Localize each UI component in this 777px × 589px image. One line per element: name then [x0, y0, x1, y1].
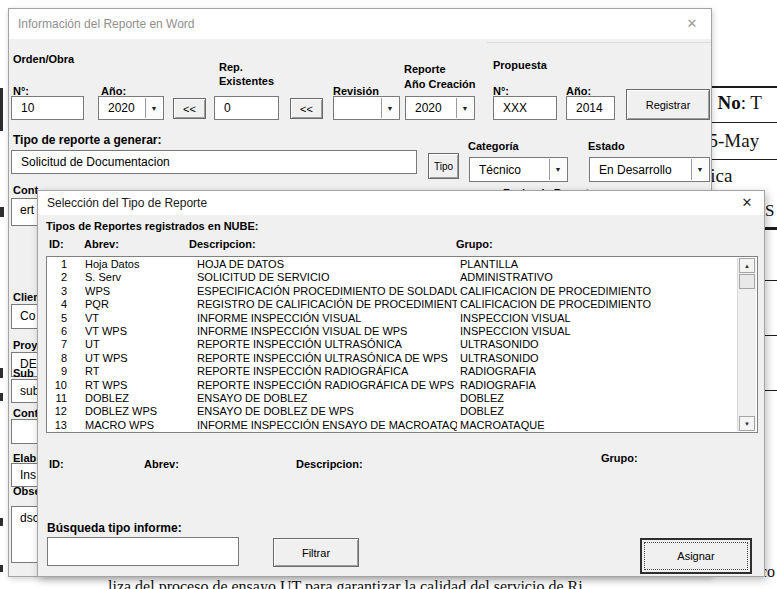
list-subtitle: Tipos de Reportes registrados en NUBE: [46, 220, 259, 232]
registrar-button[interactable]: Registrar [626, 89, 710, 120]
estado-label: Estado [588, 140, 625, 152]
list-item-grupo: CALIFICACION DE PROCEDIMIENTO [460, 298, 736, 310]
orden-ano-combobox[interactable]: 2020 ▼ [98, 96, 164, 120]
tipo-button[interactable]: Tipo [428, 153, 459, 179]
list-item-descripcion: REPORTE INSPECCIÓN ULTRASÓNICA DE WPS [197, 352, 457, 364]
list-item-id: 13 [51, 419, 67, 431]
list-item-id: 1 [51, 258, 67, 270]
list-item-descripcion: INFORME INSPECCIÓN ENSAYO DE MACROATAQUE… [197, 419, 457, 431]
doc-table-border [765, 335, 777, 336]
detail-grupo-label: Grupo: [601, 452, 638, 464]
list-item-grupo: PLANTILLA [460, 258, 736, 270]
orden-ano-value: 2020 [108, 101, 135, 115]
list-item-id: 5 [51, 312, 67, 324]
list-item-id: 6 [51, 325, 67, 337]
doc-edge-mark [0, 393, 3, 401]
listbox-scrollbar[interactable]: ▲ ▼ [737, 258, 756, 431]
list-item-descripcion: SOLICITUD DE SERVICIO [197, 271, 457, 283]
close-icon[interactable]: ✕ [738, 194, 756, 212]
list-item-abrev: UT WPS [85, 352, 190, 364]
chevron-down-icon[interactable]: ▼ [691, 159, 708, 180]
list-item-abrev: Hoja Datos [85, 258, 190, 270]
list-item[interactable]: 1 Hoja Datos HOJA DE DATOS PLANTILLA [47, 258, 738, 271]
rep-existentes-input[interactable] [214, 96, 279, 120]
list-item[interactable]: 7 UT REPORTE INSPECCIÓN ULTRASÓNICA ULTR… [47, 338, 738, 351]
list-item-descripcion: INFORME INSPECCIÓN VISUAL DE WPS [197, 325, 457, 337]
doc-table-border [765, 280, 777, 281]
scroll-up-icon[interactable]: ▲ [739, 258, 755, 273]
chevron-down-icon[interactable]: ▼ [145, 98, 162, 118]
scroll-down-icon[interactable]: ▼ [739, 416, 755, 431]
cont-label: Cont [13, 407, 38, 419]
list-item-id: 7 [51, 338, 67, 350]
list-item[interactable]: 6 VT WPS INFORME INSPECCIÓN VISUAL DE WP… [47, 325, 738, 338]
asignar-button[interactable]: Asignar [640, 538, 752, 574]
list-item-id: 4 [51, 298, 67, 310]
estado-value: En Desarrollo [599, 163, 672, 177]
list-item-id: 10 [51, 379, 67, 391]
list-item-abrev: PQR [85, 298, 190, 310]
back-button[interactable]: << [290, 98, 323, 119]
propuesta-ano-input[interactable] [566, 96, 615, 120]
list-item-id: 2 [51, 271, 67, 283]
list-item[interactable]: 11 DOBLEZ ENSAYO DE DOBLEZ DOBLEZ [47, 392, 738, 405]
listbox-rows: 1 Hoja Datos HOJA DE DATOS PLANTILLA 2 S… [47, 258, 738, 432]
list-item-grupo: DOBLEZ [460, 392, 736, 404]
list-item-grupo: CALIFICACION DE PROCEDIMIENTO [460, 285, 736, 297]
list-item[interactable]: 13 MACRO WPS INFORME INSPECCIÓN ENSAYO D… [47, 419, 738, 432]
contratista-label: Cont [13, 184, 38, 196]
doc-edge-mark [0, 518, 3, 526]
list-item[interactable]: 3 WPS ESPECIFICACIÓN PROCEDIMIENTO DE SO… [47, 285, 738, 298]
list-item-id: 3 [51, 285, 67, 297]
search-input[interactable] [47, 537, 239, 566]
back-button[interactable]: << [173, 98, 206, 119]
estado-combobox[interactable]: En Desarrollo ▼ [589, 157, 710, 182]
header-descripcion: Descripcion: [189, 238, 256, 250]
dialog-seleccion-tipo-reporte: Selección del Tipo de Reporte ✕ Tipos de… [37, 190, 765, 577]
doc-table-border [765, 390, 777, 391]
list-item-grupo: MACROATAQUE [460, 419, 736, 431]
dialog1-title: Información del Reporte en Word [18, 17, 195, 31]
chevron-down-icon[interactable]: ▼ [456, 98, 473, 118]
categoria-combobox[interactable]: Técnico ▼ [469, 157, 568, 182]
list-item[interactable]: 10 RT WPS REPORTE INSPECCIÓN RADIOGRÁFIC… [47, 379, 738, 392]
list-item[interactable]: 2 S. Serv SOLICITUD DE SERVICIO ADMINIST… [47, 271, 738, 284]
chevron-down-icon[interactable]: ▼ [381, 98, 398, 118]
scrollbar-thumb[interactable] [739, 274, 755, 289]
propuesta-frame [487, 42, 711, 43]
header-id: ID: [49, 238, 64, 250]
cliente-label: Clien [13, 291, 40, 303]
propuesta-numero-input[interactable] [493, 96, 557, 120]
list-item-abrev: RT [85, 365, 190, 377]
list-item[interactable]: 9 RT REPORTE INSPECCIÓN RADIOGRÁFICA RAD… [47, 365, 738, 378]
report-types-listbox[interactable]: 1 Hoja Datos HOJA DE DATOS PLANTILLA 2 S… [46, 256, 758, 433]
ano-creacion-combobox[interactable]: 2020 ▼ [405, 96, 475, 120]
dialog1-titlebar: Información del Reporte en Word ✕ [9, 9, 711, 39]
propuesta-section-label: Propuesta [493, 59, 547, 71]
orden-obra-section-label: Orden/Obra [13, 53, 74, 65]
doc-edge-mark [0, 565, 3, 572]
list-item-abrev: MACRO WPS [85, 419, 190, 431]
header-grupo: Grupo: [456, 238, 493, 250]
close-icon[interactable]: ✕ [683, 15, 701, 33]
chevron-down-icon[interactable]: ▼ [549, 159, 566, 180]
tipo-reporte-input[interactable] [11, 150, 417, 174]
search-label: Búsqueda tipo informe: [47, 521, 182, 535]
list-item[interactable]: 12 DOBLEZ WPS ENSAYO DE DOBLEZ DE WPS DO… [47, 405, 738, 418]
orden-numero-input[interactable] [11, 96, 84, 120]
list-item-descripcion: ENSAYO DE DOBLEZ [197, 392, 457, 404]
list-item[interactable]: 4 PQR REGISTRO DE CALIFICACIÓN DE PROCED… [47, 298, 738, 311]
list-item-id: 12 [51, 405, 67, 417]
list-item-id: 11 [51, 392, 67, 404]
filtrar-button[interactable]: Filtrar [273, 538, 359, 567]
list-item-grupo: INSPECCION VISUAL [460, 312, 736, 324]
list-item[interactable]: 5 VT INFORME INSPECCIÓN VISUAL INSPECCIO… [47, 312, 738, 325]
list-item-grupo: ADMINISTRATIVO [460, 271, 736, 283]
dialog2-titlebar: Selección del Tipo de Reporte ✕ [38, 191, 764, 215]
list-item-abrev: DOBLEZ [85, 392, 190, 404]
list-item-abrev: RT WPS [85, 379, 190, 391]
list-item-grupo: ULTRASONIDO [460, 352, 736, 364]
revision-combobox[interactable]: ▼ [333, 96, 400, 120]
list-item-grupo: RADIOGRAFIA [460, 365, 736, 377]
list-item[interactable]: 8 UT WPS REPORTE INSPECCIÓN ULTRASÓNICA … [47, 352, 738, 365]
